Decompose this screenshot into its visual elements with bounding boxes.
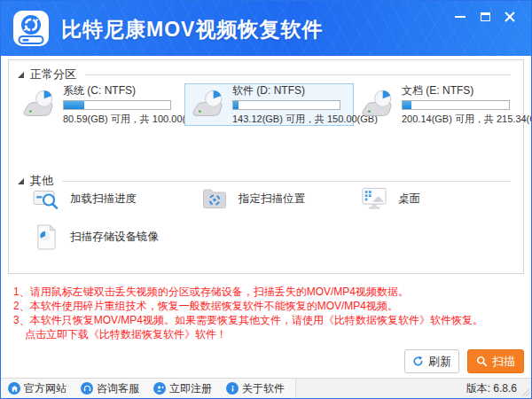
close-button[interactable] [497,6,522,27]
drive-usage-bar [232,100,340,110]
other-item-desktop[interactable]: 桌面 [361,185,420,212]
other-item-label: 加载扫描进度 [70,192,137,207]
notice-line-2: 2、本软件使用碎片重组技术，恢复一般数据恢复软件不能恢复的MOV/MP4视频。 [13,299,483,313]
section-divider [62,181,511,182]
version-label: 版本: 6.8.6 [466,381,517,396]
main-panel: 正常分区 系统 (C: NTFS) 80.59(GB) 可用，共 100.00(… [8,59,524,274]
other-item-label: 桌面 [398,192,420,207]
notice-line-3: 3、本软件只恢复MOV/MP4视频。如果需要恢复其他文件，请使用《比特数据恢复软… [13,313,483,327]
register-link[interactable]: 立即注册 [153,381,212,396]
notice-line-1: 1、请用鼠标左键双击丢失视频的分区或存储设备，扫描丢失的MOV/MP4视频数据。 [13,285,483,299]
refresh-icon [412,356,424,367]
maximize-icon [481,12,490,21]
drive-capacity: 200.14(GB) 可用，共 215.34(GB) [402,113,532,126]
other-item-load-progress[interactable]: 加载扫描进度 [33,185,137,212]
statusbar: 官方网站 咨询客服 [1,378,531,398]
hard-drive-icon [189,88,226,121]
home-icon [8,382,20,395]
other-item-scan-location[interactable]: 指定扫描位置 [201,185,305,212]
refresh-button[interactable]: 刷新 [404,349,459,373]
maximize-button[interactable] [473,6,497,27]
app-title: 比特尼康MOV视频恢复软件 [61,1,323,56]
titlebar: 比特尼康MOV视频恢复软件 [1,1,531,56]
about-link[interactable]: 关于软件 [226,381,285,396]
drive-usage-fill [64,101,84,109]
search-icon [476,356,488,367]
scan-label: 扫描 [492,354,515,370]
other-item-label: 扫描存储设备镜像 [70,230,159,245]
hard-drive-icon [358,88,395,121]
drive-name: 系统 (C: NTFS) [63,83,203,98]
hard-drive-icon [20,88,57,121]
user-plus-icon [153,382,166,395]
headset-icon [81,382,93,395]
window-controls [448,6,522,27]
minimize-button[interactable] [448,6,473,27]
minimize-icon [455,16,466,18]
app-window: 比特尼康MOV视频恢复软件 正常分区 [0,0,532,399]
section-divider [85,74,511,75]
folder-target-icon [201,185,228,212]
section-header-partitions[interactable]: 正常分区 [18,67,511,82]
scan-button[interactable]: 扫描 [467,349,524,373]
download-link[interactable]: 点击立即下载《比特数据恢复软件》软件！ [13,327,483,341]
customer-service-link[interactable]: 咨询客服 [81,381,139,396]
app-logo-icon [12,9,51,48]
drive-item-c[interactable]: 系统 (C: NTFS) 80.59(GB) 可用，共 100.00(GB) [15,83,184,126]
drive-usage-bar [63,100,171,110]
drive-item-d[interactable]: 软件 (D: NTFS) 143.12(GB) 可用，共 150.00(GB) [184,83,354,126]
drive-usage-fill [403,101,411,109]
drive-item-e[interactable]: 文档 (E: NTFS) 200.14(GB) 可用，共 215.34(GB) [354,83,523,126]
resize-grip[interactable] [520,387,529,396]
load-scan-progress-icon [33,185,59,212]
statusbar-links: 官方网站 咨询客服 [1,379,296,398]
info-icon [226,382,239,395]
official-site-link[interactable]: 官方网站 [8,381,66,396]
drive-name: 文档 (E: NTFS) [402,83,532,98]
disk-image-icon [33,223,59,250]
collapse-triangle-icon [18,72,24,78]
drive-list: 系统 (C: NTFS) 80.59(GB) 可用，共 100.00(GB) 软… [15,83,523,126]
refresh-label: 刷新 [428,354,451,370]
notice-list: 1、请用鼠标左键双击丢失视频的分区或存储设备，扫描丢失的MOV/MP4视频数据。… [13,285,483,341]
section-title: 正常分区 [30,66,76,82]
drive-capacity: 80.59(GB) 可用，共 100.00(GB) [63,113,203,126]
drive-usage-fill [233,101,239,109]
other-item-label: 指定扫描位置 [239,192,305,207]
collapse-triangle-icon [18,178,24,184]
drive-usage-bar [402,100,510,110]
other-item-scan-image[interactable]: 扫描存储设备镜像 [33,223,159,250]
desktop-icon [361,185,387,212]
